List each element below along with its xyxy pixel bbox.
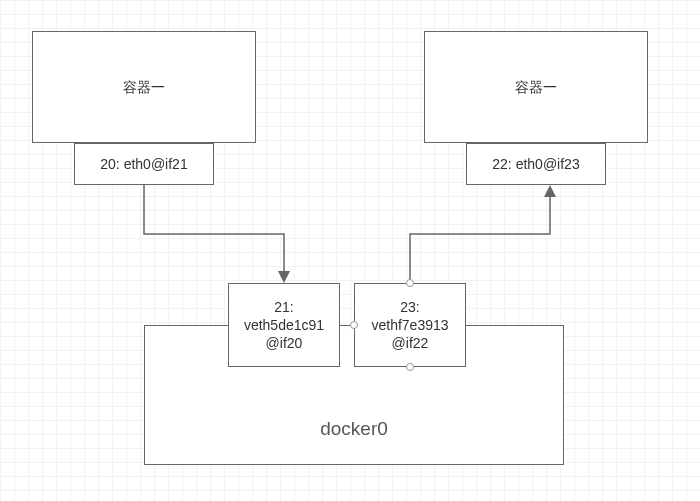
bridge-veth-left: 21: veth5de1c91 @if20 — [228, 283, 340, 367]
container-right-iface: 22: eth0@if23 — [466, 143, 606, 185]
bridge-veth-left-label: 21: veth5de1c91 @if20 — [244, 298, 324, 353]
container-left-iface: 20: eth0@if21 — [74, 143, 214, 185]
bridge-name: docker0 — [320, 417, 388, 442]
container-left: 容器一 — [32, 31, 256, 143]
bridge-veth-right-label: 23: vethf7e3913 @if22 — [371, 298, 448, 353]
container-right: 容器一 — [424, 31, 648, 143]
bridge-veth-right: 23: vethf7e3913 @if22 — [354, 283, 466, 367]
container-right-iface-label: 22: eth0@if23 — [492, 155, 579, 173]
container-left-title: 容器一 — [123, 78, 165, 96]
container-right-title: 容器一 — [515, 78, 557, 96]
container-left-iface-label: 20: eth0@if21 — [100, 155, 187, 173]
